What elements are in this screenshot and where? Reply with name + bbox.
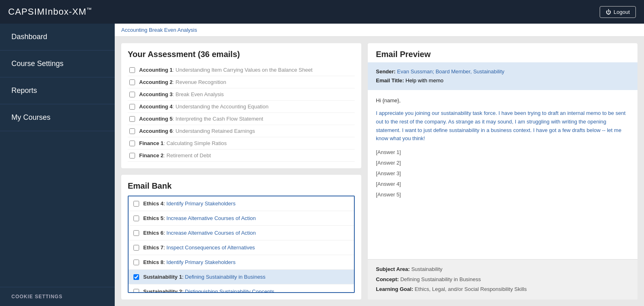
bank-checkbox[interactable] xyxy=(133,260,139,265)
power-icon: ⏻ xyxy=(606,9,611,15)
assessment-email-list: Accounting 1: Understanding Item Carryin… xyxy=(128,64,355,162)
assessment-email-item[interactable]: Accounting 1: Understanding Item Carryin… xyxy=(128,64,355,76)
sidebar-item-course-settings[interactable]: Course Settings xyxy=(0,51,115,77)
assessment-email-item[interactable]: Accounting 5: Interpreting the Cash Flow… xyxy=(128,113,355,125)
answer-list: [Answer 1][Answer 2][Answer 3][Answer 4]… xyxy=(376,147,629,200)
answer-item: [Answer 3] xyxy=(376,168,629,179)
assessment-email-item[interactable]: Accounting 4: Understanding the Accounti… xyxy=(128,101,355,113)
sidebar: Dashboard Course Settings Reports My Cou… xyxy=(0,24,115,306)
subject-area-value: Sustainability xyxy=(411,266,443,272)
bank-item[interactable]: Ethics 5: Increase Alternative Courses o… xyxy=(129,211,354,226)
learning-goal-label: Learning Goal: xyxy=(376,286,413,292)
concept-value: Defining Sustainability in Business xyxy=(400,276,481,282)
bank-item[interactable]: Ethics 4: Identify Primary Stakeholders xyxy=(129,196,354,211)
assessment-checkbox[interactable] xyxy=(129,104,135,110)
assessment-checkbox[interactable] xyxy=(129,153,135,159)
answer-item: [Answer 2] xyxy=(376,158,629,168)
bank-checkbox[interactable] xyxy=(133,289,139,293)
bank-item[interactable]: Sustainability 2: Distinguishing Sustain… xyxy=(129,284,354,293)
assessment-email-item[interactable]: Finance 2: Retirement of Debt xyxy=(128,150,355,162)
bank-checkbox[interactable] xyxy=(133,245,139,251)
answer-item: [Answer 1] xyxy=(376,147,629,158)
bank-checkbox[interactable] xyxy=(133,274,139,280)
logout-button[interactable]: ⏻ Logout xyxy=(600,6,636,18)
email-title-value: Help with memo xyxy=(406,77,443,84)
assessment-checkbox[interactable] xyxy=(129,67,135,73)
email-bank-section: Email Bank Ethics 4: Identify Primary St… xyxy=(121,175,361,299)
concept-label: Concept: xyxy=(376,276,399,282)
greeting: Hi {name}, xyxy=(376,97,629,105)
bank-checkbox[interactable] xyxy=(133,201,139,207)
bank-checkbox[interactable] xyxy=(133,216,139,221)
sender-value: Evan Sussman; Board Member, Sustainabili… xyxy=(397,68,504,75)
assessment-email-item[interactable]: Accounting 3: Break Even Analysis xyxy=(128,88,355,101)
answer-item: [Answer 5] xyxy=(376,189,629,200)
bank-checkbox[interactable] xyxy=(133,230,139,236)
bank-list-container[interactable]: Ethics 4: Identify Primary Stakeholders … xyxy=(128,196,355,293)
bank-item[interactable]: Sustainability 1: Defining Sustainabilit… xyxy=(129,270,354,284)
content-area: Your Assessment (36 emails) Accounting 1… xyxy=(115,37,644,306)
logo: CAPSIMInbox-XM™ xyxy=(8,7,92,17)
learning-goal-value: Ethics, Legal, and/or Social Responsibil… xyxy=(415,286,526,292)
main-layout: Dashboard Course Settings Reports My Cou… xyxy=(0,24,644,306)
assessment-checkbox[interactable] xyxy=(129,141,135,146)
sidebar-item-reports[interactable]: Reports xyxy=(0,77,115,104)
breadcrumb: Accounting Break Even Analysis xyxy=(115,24,644,37)
header: CAPSIMInbox-XM™ ⏻ Logout xyxy=(0,0,644,24)
sidebar-item-dashboard[interactable]: Dashboard xyxy=(0,24,115,51)
sender-label: Sender: xyxy=(376,68,395,75)
assessment-email-item[interactable]: Finance 1: Calculating Simple Ratios xyxy=(128,137,355,150)
email-title-label: Email Title: xyxy=(376,77,404,84)
assessment-checkbox[interactable] xyxy=(129,92,135,97)
cookie-settings-button[interactable]: COOKIE SETTINGS xyxy=(0,287,115,306)
subject-area-label: Subject Area: xyxy=(376,266,410,272)
bank-item[interactable]: Ethics 7: Inspect Consequences of Altern… xyxy=(129,240,354,255)
body-paragraph: I appreciate you joining our sustainabil… xyxy=(376,109,629,143)
bank-item[interactable]: Ethics 6: Increase Alternative Courses o… xyxy=(129,226,354,240)
assessment-title: Your Assessment (36 emails) xyxy=(128,50,355,59)
assessment-email-item[interactable]: Accounting 2: Revenue Recognition xyxy=(128,76,355,88)
preview-header: Sender: Evan Sussman; Board Member, Sust… xyxy=(368,62,637,90)
preview-title: Email Preview xyxy=(368,43,637,62)
email-preview-panel: Email Preview Sender: Evan Sussman; Boar… xyxy=(368,43,637,299)
preview-footer: Subject Area: Sustainability Concept: De… xyxy=(368,259,637,299)
bank-item[interactable]: Ethics 8: Identify Primary Stakeholders xyxy=(129,255,354,270)
assessment-email-item[interactable]: Accounting 6: Understanding Retained Ear… xyxy=(128,125,355,137)
left-panel: Your Assessment (36 emails) Accounting 1… xyxy=(121,43,361,299)
assessment-checkbox[interactable] xyxy=(129,128,135,134)
assessment-checkbox[interactable] xyxy=(129,116,135,122)
assessment-section: Your Assessment (36 emails) Accounting 1… xyxy=(121,43,361,168)
sidebar-item-my-courses[interactable]: My Courses xyxy=(0,104,115,131)
answer-item: [Answer 4] xyxy=(376,179,629,189)
email-bank-title: Email Bank xyxy=(128,181,355,191)
preview-body: Hi {name}, I appreciate you joining our … xyxy=(368,90,637,259)
breadcrumb-course: Accounting Break Even Analysis xyxy=(121,27,197,33)
assessment-checkbox[interactable] xyxy=(129,79,135,85)
